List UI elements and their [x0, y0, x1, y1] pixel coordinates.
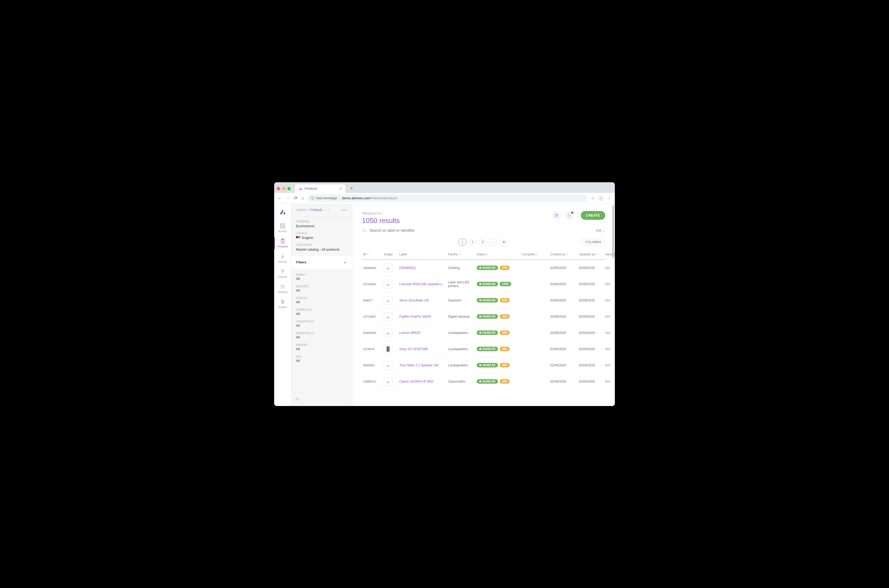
table-header-row: ID▾ Image Label Family▾ Status▾ Complete… [362, 249, 605, 260]
nav-activity[interactable]: Activity [274, 220, 291, 236]
filter-complete[interactable]: COMPLETEAll [296, 308, 347, 316]
page-1[interactable]: 1 [458, 238, 466, 246]
browser-tab[interactable]: Products × [295, 184, 345, 193]
views-selector[interactable]: VIEWS / * Default ... ⌄ ••• [291, 204, 352, 216]
col-status[interactable]: Status▾ [477, 252, 519, 256]
cell-thumbnail [384, 377, 392, 386]
cell-label[interactable]: [JD000001] [399, 266, 446, 270]
bookmark-icon[interactable]: ☆ [591, 195, 595, 201]
cell-status: ENABLED50% [477, 346, 519, 351]
maximize-window-icon[interactable] [287, 187, 291, 190]
address-bar[interactable]: ⓘ Niet beveiligd | demo.akeneo.com/#/enr… [308, 195, 587, 202]
close-tab-icon[interactable]: × [339, 186, 342, 191]
new-tab-button[interactable]: + [348, 184, 355, 192]
filter-groups[interactable]: GROUPSAll [296, 285, 347, 292]
home-button[interactable]: ⌂ [301, 195, 304, 201]
cell-created: 02/05/2020 [550, 266, 577, 270]
filter-status[interactable]: STATUSAll [296, 297, 347, 304]
table-row[interactable]: JD000001[JD000001]ClothingENABLED62%02/0… [362, 260, 605, 276]
cell-label[interactable]: Fujifilm FinePix S4200 [399, 315, 446, 318]
col-created[interactable]: Created at▾ [550, 252, 577, 256]
forward-button[interactable]: → [285, 195, 290, 201]
window-controls [277, 187, 291, 190]
svg-point-16 [554, 213, 559, 218]
akeneo-logo-icon [279, 208, 287, 216]
filter-created-at[interactable]: CREATED ATAll [296, 320, 347, 327]
cell-label[interactable]: Xerox DocuMate 152 [399, 298, 446, 302]
cell-id: 594877 [363, 299, 382, 302]
filter-label: COMPLETE [296, 308, 347, 311]
cell-label[interactable]: Lexmark MS812dtn updated up... [399, 282, 446, 286]
table-row[interactable]: 1314976Sony SS-SP32FWBLoudspeakersENABLE… [362, 341, 605, 357]
search-icon [362, 228, 367, 233]
nav-products[interactable]: Products [274, 236, 291, 250]
cell-updated: 02/04/2020 [579, 380, 603, 383]
search-input[interactable] [369, 228, 449, 232]
cell-status: ENABLED66% [477, 379, 519, 384]
table-row[interactable]: 16466450Lenovo M0620LoudspeakersENABLED5… [362, 325, 605, 341]
page-...[interactable]: ... [489, 238, 497, 246]
nav-imports[interactable]: Imports [274, 250, 291, 266]
info-icon: ⓘ [311, 196, 314, 201]
status-badge: ENABLED [477, 379, 498, 384]
filter-label: PARENT [296, 344, 347, 346]
browser-tab-bar: Products × + [274, 182, 615, 193]
browser-menu-icon[interactable]: ⋮ [607, 195, 612, 201]
svg-rect-20 [387, 346, 388, 352]
collapse-panel-button[interactable] [291, 393, 352, 406]
page-42[interactable]: 42 [499, 238, 509, 246]
close-window-icon[interactable] [277, 187, 280, 190]
filter-updated-at[interactable]: UPDATED ATAll [296, 332, 347, 339]
filter-family[interactable]: FAMILYAll [296, 273, 347, 281]
profile-avatar-icon[interactable] [598, 195, 604, 201]
col-label[interactable]: Label [399, 252, 446, 256]
filter-sku[interactable]: SKUAll [296, 355, 347, 363]
col-complete[interactable]: Complete▾ [521, 252, 548, 256]
view-mode-toggle[interactable]: List ⌄ [596, 228, 605, 232]
add-filter-icon[interactable]: ＋ [342, 259, 347, 266]
sort-caret-icon: ▾ [487, 253, 488, 256]
cell-label[interactable]: Sony SS-SP32FWB [399, 347, 446, 351]
columns-button[interactable]: COLUMNS [581, 239, 605, 245]
cell-label[interactable]: Lenovo M0620 [399, 331, 446, 335]
cell-label[interactable]: Canon LEGRIA HF M52 [399, 380, 446, 383]
help-button[interactable] [552, 211, 562, 220]
nav-settings[interactable]: Settings [274, 281, 291, 296]
reload-button[interactable]: ⟳ [294, 195, 297, 201]
table-row[interactable]: 13689212Canon LEGRIA HF M52CamcordersENA… [362, 374, 605, 390]
channel-selector[interactable]: CHANNEL Ecommerce [296, 220, 347, 228]
sort-caret-icon: ▾ [536, 253, 538, 256]
svg-rect-21 [388, 346, 389, 352]
filter-parent[interactable]: PARENTAll [296, 344, 347, 351]
col-updated[interactable]: Updated at▾ [579, 252, 603, 256]
table-row[interactable]: 15705882Lexmark MS812dtn updated up...La… [362, 276, 605, 292]
cell-variant: N/A [605, 282, 615, 286]
akeneo-favicon-icon [299, 187, 302, 190]
minimize-window-icon[interactable] [282, 187, 285, 190]
chevron-down-icon: ⌄ [327, 208, 330, 212]
table-row[interactable]: 594877Xerox DocuMate 152ScannersENABLED6… [362, 292, 605, 309]
cell-label[interactable]: Trust MiDo 2.1 Speaker Set [399, 363, 446, 367]
nav-system[interactable]: System [274, 296, 291, 311]
scrollbar[interactable] [612, 205, 614, 258]
page-3[interactable]: 3 [479, 238, 487, 246]
url-path: /#/enrich/product/ [371, 196, 397, 200]
page-2[interactable]: 2 [469, 238, 476, 246]
create-button[interactable]: CREATE [581, 211, 605, 220]
cell-thumbnail [384, 312, 392, 321]
category-selector[interactable]: CATEGORY Master catalog - All products [296, 243, 347, 251]
cell-id: 3669355 [363, 364, 382, 367]
notifications-button[interactable] [565, 211, 574, 220]
views-more-icon[interactable]: ••• [341, 207, 347, 212]
nav-label: Imports [278, 260, 287, 263]
col-id[interactable]: ID▾ [363, 252, 382, 256]
nav-exports[interactable]: Exports [274, 266, 291, 281]
filter-label: UPDATED AT [296, 332, 347, 335]
table-row[interactable]: 13710067Fujifilm FinePix S4200Digital ca… [362, 309, 605, 325]
col-family[interactable]: Family▾ [448, 252, 475, 256]
locale-selector[interactable]: LOCALE English [296, 232, 347, 240]
back-button[interactable]: ← [277, 195, 282, 201]
clipboard-icon [280, 238, 285, 244]
status-badge: ENABLED [477, 363, 498, 368]
table-row[interactable]: 3669355Trust MiDo 2.1 Speaker SetLoudspe… [362, 357, 605, 374]
